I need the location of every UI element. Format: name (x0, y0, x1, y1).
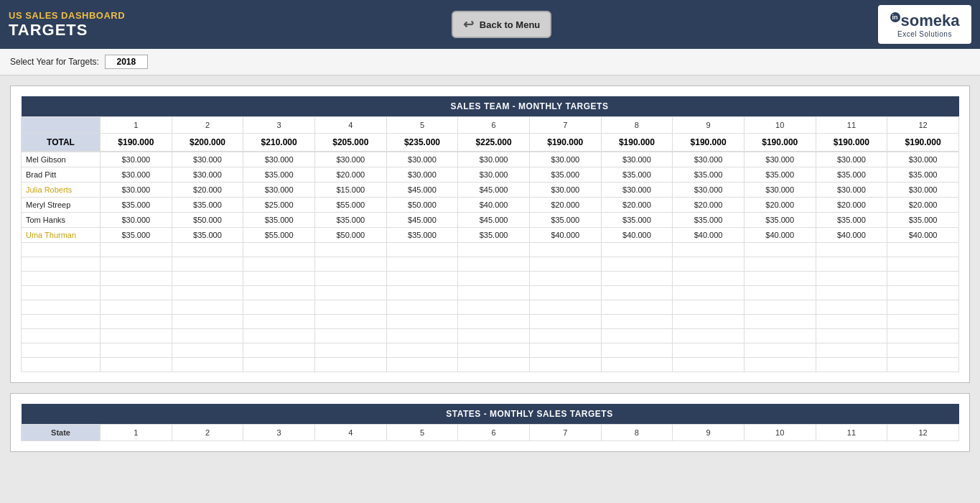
empty-cell (601, 300, 673, 315)
empty-cell (601, 343, 673, 358)
empty-cell (243, 315, 315, 329)
empty-cell (601, 315, 673, 329)
value-m1: $30.000 (101, 213, 172, 228)
empty-cell (887, 358, 959, 372)
empty-cell (744, 315, 816, 329)
value-m7: $30.000 (529, 152, 601, 167)
empty-cell (101, 300, 172, 315)
empty-cell (887, 286, 959, 300)
empty-cell (172, 343, 243, 358)
empty-cell (22, 329, 101, 343)
value-m9: $35.000 (673, 167, 745, 183)
empty-cell (887, 272, 959, 286)
empty-cell (887, 257, 959, 272)
empty-cell (529, 257, 601, 272)
value-m3: $35.000 (243, 167, 315, 183)
empty-cell (744, 272, 816, 286)
empty-cell (887, 329, 959, 343)
empty-cell (172, 358, 243, 372)
empty-cell (22, 257, 101, 272)
empty-cell (314, 343, 386, 358)
col-header-4: 4 (314, 117, 386, 134)
total-m5: $235.000 (386, 134, 458, 152)
value-m6: $35.000 (458, 228, 530, 243)
empty-cell (673, 329, 745, 343)
value-m10: $20.000 (744, 198, 816, 213)
value-m10: $30.000 (744, 152, 816, 167)
empty-cell (744, 300, 816, 315)
total-m6: $225.000 (458, 134, 530, 152)
value-m12: $30.000 (887, 183, 959, 198)
section-header-label-empty (22, 96, 101, 117)
col-header-1: 1 (101, 117, 172, 134)
value-m10: $40.000 (744, 228, 816, 243)
main-content: SALES TEAM - MONTHLY TARGETS 1 2 3 4 5 6… (0, 75, 980, 462)
value-m8: $40.000 (601, 228, 673, 243)
total-m11: $190.000 (816, 134, 887, 152)
empty-cell (601, 286, 673, 300)
empty-cell (314, 315, 386, 329)
empty-cell (816, 315, 887, 329)
empty-cell (22, 243, 101, 257)
state-col-5: 5 (386, 425, 458, 441)
empty-cell (601, 243, 673, 257)
total-m7: $190.000 (529, 134, 601, 152)
value-m3: $35.000 (243, 213, 315, 228)
col-header-7: 7 (529, 117, 601, 134)
year-input[interactable] (105, 55, 148, 69)
state-col-8: 8 (601, 425, 673, 441)
empty-cell (314, 358, 386, 372)
empty-cell (744, 243, 816, 257)
value-m4: $30.000 (314, 152, 386, 167)
value-m3: $25.000 (243, 198, 315, 213)
sales-team-table-container: SALES TEAM - MONTHLY TARGETS 1 2 3 4 5 6… (10, 86, 970, 383)
logo: insomeka Excel Solutions (878, 5, 971, 44)
empty-cell (101, 315, 172, 329)
state-col-1: 1 (101, 425, 172, 441)
empty-cell (529, 300, 601, 315)
value-m2: $30.000 (172, 167, 243, 183)
empty-cell (887, 300, 959, 315)
value-m9: $35.000 (673, 213, 745, 228)
empty-cell (386, 343, 458, 358)
value-m2: $35.000 (172, 228, 243, 243)
value-m5: $30.000 (386, 167, 458, 183)
table-row: Brad Pitt$30.000$30.000$35.000$20.000$30… (22, 167, 959, 183)
empty-cell (172, 315, 243, 329)
empty-cell (386, 315, 458, 329)
col-header-10: 10 (744, 117, 816, 134)
empty-cell (601, 329, 673, 343)
state-col-6: 6 (458, 425, 530, 441)
empty-cell (101, 243, 172, 257)
value-m12: $20.000 (887, 198, 959, 213)
col-header-2: 2 (172, 117, 243, 134)
empty-cell (673, 300, 745, 315)
empty-cell (458, 315, 530, 329)
states-col-header-row: State 1 2 3 4 5 6 7 8 9 10 11 12 (22, 425, 959, 441)
empty-cell (458, 243, 530, 257)
logo-sub: Excel Solutions (897, 30, 952, 38)
empty-cell (101, 257, 172, 272)
col-header-6: 6 (458, 117, 530, 134)
value-m11: $40.000 (816, 228, 887, 243)
col-header-empty (22, 117, 101, 134)
empty-cell (243, 358, 315, 372)
empty-row (22, 300, 959, 315)
value-m5: $45.000 (386, 183, 458, 198)
empty-cell (601, 358, 673, 372)
empty-cell (458, 272, 530, 286)
empty-cell (314, 272, 386, 286)
empty-cell (458, 329, 530, 343)
value-m5: $35.000 (386, 228, 458, 243)
sales-team-section-header: SALES TEAM - MONTHLY TARGETS (101, 96, 959, 117)
empty-cell (816, 257, 887, 272)
value-m8: $30.000 (601, 152, 673, 167)
back-to-menu-button[interactable]: ↩ Back to Menu (452, 11, 552, 38)
empty-cell (529, 272, 601, 286)
logo-circle: in (890, 12, 900, 22)
sales-team-section-header-row: SALES TEAM - MONTHLY TARGETS (22, 96, 959, 117)
empty-cell (744, 343, 816, 358)
empty-cell (314, 257, 386, 272)
empty-cell (386, 329, 458, 343)
empty-cell (887, 243, 959, 257)
